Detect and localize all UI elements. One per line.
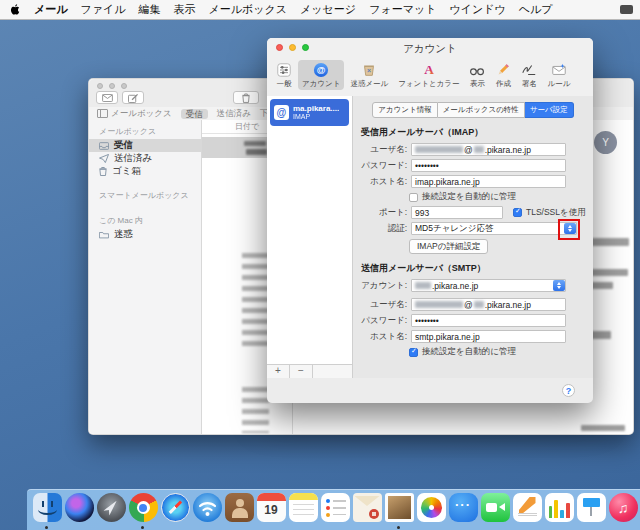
running-indicator	[141, 526, 144, 529]
dock-mail-seal-icon[interactable]	[352, 493, 382, 530]
remove-account-button[interactable]: −	[290, 365, 313, 378]
redacted-text	[246, 149, 267, 155]
smtp-section-heading: 送信用メールサーバ（SMTP）	[361, 262, 593, 275]
smtp-account-dropdown[interactable]: .pikara.ne.jp	[411, 279, 566, 292]
dock-finder-icon[interactable]	[32, 493, 62, 530]
add-account-button[interactable]: +	[267, 365, 290, 378]
sidebar-item-trash[interactable]: ゴミ箱	[89, 165, 201, 178]
smtp-auto-manage-checkbox[interactable]	[409, 348, 418, 357]
sidebar-header-smart: スマートメールボックス	[89, 184, 201, 203]
toolbar-fonts[interactable]: A フォントとカラー	[394, 60, 463, 90]
sidebar-item-junk[interactable]: 迷惑	[89, 228, 201, 241]
smtp-account-label: アカウント:	[355, 280, 411, 292]
dock-pages-icon[interactable]	[512, 493, 542, 530]
imap-password-field[interactable]: ••••••••	[411, 159, 566, 172]
menu-file[interactable]: ファイル	[81, 2, 126, 17]
dock-notes-icon[interactable]	[288, 493, 318, 530]
account-name: ma.pikara....	[293, 104, 339, 113]
dock-itunes-icon[interactable]: ♫	[608, 493, 638, 530]
auth-dropdown[interactable]: MD5チャレンジ応答	[411, 222, 577, 235]
imap-port-field[interactable]: 993	[411, 206, 503, 219]
sidebar-toggle-icon	[97, 109, 108, 118]
redacted-subdomain	[474, 146, 484, 153]
menu-format[interactable]: フォーマット	[369, 2, 436, 17]
menu-mailbox[interactable]: メールボックス	[209, 2, 288, 17]
svg-text:@: @	[317, 65, 326, 75]
minimize-button[interactable]	[289, 44, 296, 51]
redacted-subdomain	[474, 301, 484, 308]
smtp-auto-manage-label: 接続設定を自動的に管理	[422, 346, 516, 358]
running-indicator	[397, 526, 400, 529]
imap-port-label: ポート:	[355, 207, 411, 219]
window-controls-inactive[interactable]	[97, 83, 127, 89]
trash-button[interactable]	[233, 91, 259, 104]
tab-mailbox-behaviors[interactable]: メールボックスの特性	[438, 102, 525, 118]
account-row-selected[interactable]: @ ma.pikara.... IMAP	[270, 99, 349, 126]
smtp-password-field[interactable]: ••••••••	[411, 314, 566, 327]
menu-window[interactable]: ウインドウ	[449, 2, 505, 17]
smtp-host-label: ホスト名:	[355, 331, 411, 343]
smtp-user-field[interactable]: @ .pikara.ne.jp	[411, 298, 566, 311]
dock-airport-icon[interactable]	[192, 493, 222, 530]
favorite-inbox[interactable]: 受信	[181, 109, 208, 119]
close-button[interactable]	[276, 44, 283, 51]
menu-message[interactable]: メッセージ	[300, 2, 356, 17]
tab-account-info[interactable]: アカウント情報	[372, 102, 437, 118]
tls-checkbox[interactable]	[513, 208, 522, 217]
sidebar-item-sent[interactable]: 送信済み	[89, 152, 201, 165]
toolbar-junk[interactable]: × 迷惑メール	[346, 60, 392, 90]
account-list-buttons: + −	[267, 364, 352, 378]
dock-siri-icon[interactable]	[64, 493, 94, 530]
dock-keynote-icon[interactable]	[576, 493, 606, 530]
help-button[interactable]: ?	[562, 384, 575, 397]
dock-photos-icon[interactable]	[416, 493, 446, 530]
compose-button[interactable]	[122, 91, 144, 104]
imap-user-field[interactable]: @ .pikara.ne.jp	[411, 143, 566, 156]
zoom-button[interactable]	[302, 44, 309, 51]
imap-auto-manage-checkbox[interactable]	[409, 193, 418, 202]
account-tabs: アカウント情報 メールボックスの特性 サーバ設定	[353, 102, 593, 118]
toolbar-accounts[interactable]: @ アカウント	[298, 60, 344, 90]
toolbar-rules[interactable]: ルール	[543, 60, 574, 90]
dock-facetime-icon[interactable]	[480, 493, 510, 530]
tab-server-settings[interactable]: サーバ設定	[525, 102, 574, 118]
dock-chrome-icon[interactable]	[128, 493, 158, 530]
imap-host-field[interactable]: imap.pikara.ne.jp	[411, 175, 566, 188]
apple-menu-icon[interactable]	[10, 3, 21, 16]
dock-safari-icon[interactable]	[160, 493, 190, 530]
dock: 19 ♫	[27, 489, 640, 530]
toolbar-general[interactable]: 一般	[272, 60, 296, 90]
menubar-status-icon[interactable]	[620, 5, 633, 14]
toolbar-viewing[interactable]: 表示	[465, 60, 489, 90]
menu-mail[interactable]: メール	[34, 2, 68, 17]
dock-numbers-icon[interactable]	[544, 493, 574, 530]
redacted-text	[244, 141, 266, 146]
smtp-host-field[interactable]: smtp.pikara.ne.jp	[411, 330, 566, 343]
smtp-user-label: ユーザ名:	[355, 299, 411, 311]
imap-auth-label: 認証:	[355, 223, 411, 235]
redacted-message-rows	[242, 253, 269, 349]
dock-contacts-icon[interactable]	[224, 493, 254, 530]
dock-mail-icon[interactable]	[384, 493, 414, 530]
dock-reminders-icon[interactable]	[320, 493, 350, 530]
dock-launchpad-icon[interactable]	[96, 493, 126, 530]
dock-calendar-icon[interactable]: 19	[256, 493, 286, 530]
preferences-toolbar: 一般 @ アカウント × 迷惑メール A フォントとカラー 表示 作成	[267, 58, 593, 99]
redacted-text	[581, 425, 625, 431]
get-mail-button[interactable]	[96, 91, 118, 104]
desktop: メール ファイル 編集 表示 メールボックス メッセージ フォーマット ウインド…	[0, 0, 640, 530]
imap-advanced-button[interactable]: IMAPの詳細設定	[409, 239, 488, 254]
dock-messages-icon[interactable]	[448, 493, 478, 530]
dialog-titlebar[interactable]: アカウント	[267, 38, 593, 58]
menu-view[interactable]: 表示	[174, 2, 196, 17]
dialog-title: アカウント	[403, 42, 457, 54]
redacted-username	[415, 146, 463, 153]
toolbar-composing[interactable]: 作成	[491, 60, 515, 90]
sidebar-item-inbox[interactable]: 受信	[89, 139, 201, 152]
favorite-sent[interactable]: 送信済み	[217, 108, 251, 120]
menu-edit[interactable]: 編集	[139, 2, 161, 17]
menu-help[interactable]: ヘルプ	[519, 2, 553, 17]
mailboxes-toggle[interactable]: メールボックス	[97, 108, 172, 120]
dropdown-stepper-icon[interactable]	[553, 280, 565, 291]
toolbar-signatures[interactable]: 署名	[517, 60, 541, 90]
